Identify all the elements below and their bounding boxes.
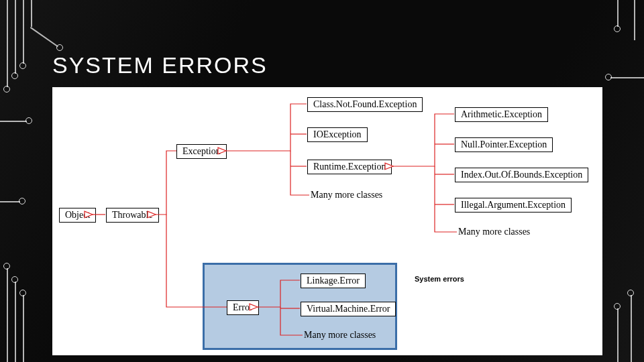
circuit-trace: [631, 295, 632, 362]
circuit-node-icon: [614, 25, 621, 32]
circuit-node-icon: [614, 303, 621, 310]
slide-title: SYSTEM ERRORS: [52, 52, 268, 78]
circuit-trace: [7, 0, 8, 87]
circuit-trace: [23, 0, 24, 64]
circuit-trace: [23, 295, 24, 362]
circuit-trace: [617, 308, 619, 362]
node-throwable: Throwable: [106, 208, 159, 223]
circuit-node-icon: [11, 72, 18, 79]
circuit-node-icon: [25, 117, 32, 124]
node-object: Object: [59, 208, 96, 223]
circuit-trace: [0, 201, 20, 202]
node-arithmetic-exception: Arithmetic.Exception: [455, 107, 548, 122]
circuit-node-icon: [11, 276, 18, 283]
node-runtime-exception: Runtime.Exception: [307, 160, 392, 174]
node-io-exception: IOException: [307, 127, 368, 142]
label-more-error-subclasses: Many more classes: [304, 330, 376, 341]
circuit-trace: [7, 268, 8, 362]
circuit-node-icon: [627, 290, 634, 296]
label-more-exception-subclasses: Many more classes: [311, 190, 382, 200]
node-exception: Exception: [176, 144, 227, 159]
circuit-node-icon: [19, 198, 25, 204]
circuit-trace: [15, 0, 16, 74]
label-more-runtime-subclasses: Many more classes: [458, 227, 530, 237]
node-virtual-machine-error: Virtual.Machine.Error: [301, 302, 396, 316]
circuit-trace: [15, 282, 16, 362]
circuit-node-icon: [3, 86, 10, 93]
circuit-trace: [31, 0, 32, 27]
circuit-node-icon: [19, 62, 26, 69]
circuit-node-icon: [56, 44, 63, 51]
circuit-trace: [634, 0, 635, 40]
node-error: Error: [227, 300, 259, 315]
circuit-node-icon: [3, 263, 10, 269]
circuit-trace: [0, 121, 27, 122]
node-illegal-argument-exception: Illegal.Argument.Exception: [455, 198, 572, 213]
node-null-pointer-exception: Null.Pointer.Exception: [455, 137, 553, 152]
circuit-trace: [617, 0, 619, 27]
node-class-not-found-exception: Class.Not.Found.Exception: [307, 97, 423, 112]
node-index-out-of-bounds-exception: Index.Out.Of.Bounds.Exception: [455, 168, 588, 182]
node-linkage-error: Linkage.Error: [301, 274, 366, 288]
circuit-node-icon: [605, 74, 612, 80]
diagram-canvas: Object Throwable Exception Error Class.N…: [52, 87, 602, 355]
circuit-node-icon: [19, 290, 26, 296]
circuit-trace: [610, 77, 644, 78]
callout-system-errors: System errors: [415, 275, 464, 283]
